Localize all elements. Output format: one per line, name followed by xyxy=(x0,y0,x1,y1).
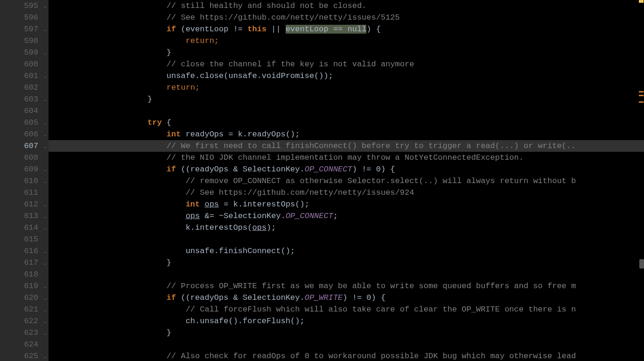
code-line[interactable]: return; xyxy=(49,35,644,47)
line-number[interactable]: 610− xyxy=(0,175,38,187)
fold-marker-icon[interactable]: − xyxy=(41,247,47,253)
fold-marker-icon[interactable]: − xyxy=(41,130,47,136)
code-line[interactable]: } xyxy=(49,93,644,105)
fold-marker-icon[interactable]: − xyxy=(41,165,47,171)
line-number[interactable]: 622− xyxy=(0,315,38,327)
code-line[interactable] xyxy=(49,234,644,245)
code-line[interactable]: // the NIO JDK channel implementation ma… xyxy=(49,152,644,163)
fold-marker-icon[interactable]: − xyxy=(41,259,47,264)
line-number[interactable]: 611 xyxy=(0,187,38,198)
fold-marker-icon[interactable]: − xyxy=(41,294,47,299)
line-number[interactable]: 619− xyxy=(0,280,38,292)
code-line[interactable]: // Call forceFlush which will also take … xyxy=(49,304,644,315)
fold-marker-icon[interactable]: − xyxy=(41,95,47,101)
line-number[interactable]: 600 xyxy=(0,58,38,70)
line-number[interactable]: 599− xyxy=(0,47,38,58)
code-line[interactable]: // Process OP_WRITE first as we may be a… xyxy=(49,280,644,292)
fold-marker-icon[interactable]: − xyxy=(41,305,47,311)
code-line[interactable]: // We first need to call finishConnect()… xyxy=(49,140,644,152)
fold-marker-icon[interactable]: − xyxy=(41,2,47,7)
code-line[interactable]: if (eventLoop != this || eventLoop == nu… xyxy=(49,23,644,35)
fold-marker-icon[interactable]: − xyxy=(41,119,47,124)
minimap-mark[interactable] xyxy=(639,95,644,96)
token: return; xyxy=(186,36,219,45)
code-line[interactable]: // still healthy and should not be close… xyxy=(49,0,644,12)
line-number[interactable]: 625− xyxy=(0,350,38,361)
code-line[interactable]: // See https://github.com/netty/netty/is… xyxy=(49,187,644,198)
token: ) != xyxy=(343,293,366,302)
line-number[interactable]: 597− xyxy=(0,23,38,35)
line-number[interactable]: 606− xyxy=(0,128,38,140)
minimap-mark[interactable] xyxy=(639,91,644,92)
scrollbar-minimap[interactable] xyxy=(637,0,644,361)
fold-marker-icon[interactable]: − xyxy=(41,352,47,358)
fold-marker-icon[interactable]: − xyxy=(41,212,47,218)
code-line[interactable]: return; xyxy=(49,82,644,93)
code-line[interactable]: if ((readyOps & SelectionKey.OP_CONNECT)… xyxy=(49,163,644,175)
fold-marker-icon[interactable]: − xyxy=(41,49,47,54)
fold-marker-icon[interactable]: − xyxy=(41,177,47,183)
line-number[interactable]: 614− xyxy=(0,222,38,234)
code-line[interactable]: // remove OP_CONNECT as otherwise Select… xyxy=(49,175,644,187)
line-number[interactable]: 607− xyxy=(0,140,38,152)
fold-marker-icon[interactable]: − xyxy=(41,142,47,148)
token xyxy=(52,25,167,34)
token: // See https://github.com/netty/netty/is… xyxy=(186,188,414,197)
line-number[interactable]: 620− xyxy=(0,292,38,304)
code-line[interactable]: // close the channel if the key is not v… xyxy=(49,58,644,70)
code-line[interactable]: } xyxy=(49,47,644,58)
line-number[interactable]: 623− xyxy=(0,327,38,339)
code-line[interactable]: ch.unsafe().forceFlush(); xyxy=(49,315,644,327)
minimap-mark[interactable] xyxy=(639,101,644,103)
line-number-gutter[interactable]: 595−596597−598599−600601−602603−604605−6… xyxy=(0,0,49,361)
line-number[interactable]: 605− xyxy=(0,117,38,128)
line-number[interactable]: 598 xyxy=(0,35,38,47)
code-line[interactable]: } xyxy=(49,327,644,339)
line-number[interactable]: 604 xyxy=(0,105,38,117)
code-line[interactable]: k.interestOps(ops); xyxy=(49,222,644,234)
scroll-thumb[interactable] xyxy=(639,259,644,269)
code-line[interactable]: // Also check for readOps of 0 to workar… xyxy=(49,350,644,361)
token: // still healthy and should not be close… xyxy=(167,1,366,10)
line-number[interactable]: 612− xyxy=(0,198,38,210)
line-number[interactable]: 602 xyxy=(0,82,38,93)
fold-marker-icon[interactable]: − xyxy=(41,224,47,229)
code-line[interactable]: try { xyxy=(49,117,644,128)
line-number[interactable]: 595− xyxy=(0,0,38,12)
fold-marker-icon[interactable]: − xyxy=(41,25,47,31)
code-line[interactable]: } xyxy=(49,257,644,269)
token xyxy=(52,153,167,162)
code-line[interactable]: if ((readyOps & SelectionKey.OP_WRITE) !… xyxy=(49,292,644,304)
code-line[interactable] xyxy=(49,105,644,117)
fold-marker-icon[interactable]: − xyxy=(41,282,47,288)
code-line[interactable]: int ops = k.interestOps(); xyxy=(49,198,644,210)
line-number[interactable]: 615 xyxy=(0,234,38,245)
code-line[interactable]: int readyOps = k.readyOps(); xyxy=(49,128,644,140)
fold-marker-icon[interactable]: − xyxy=(41,200,47,206)
line-number[interactable]: 618 xyxy=(0,269,38,280)
code-area[interactable]: // still healthy and should not be close… xyxy=(49,0,644,361)
fold-marker-icon[interactable]: − xyxy=(41,329,47,334)
code-line[interactable] xyxy=(49,269,644,280)
line-number[interactable]: 608 xyxy=(0,152,38,163)
code-line[interactable]: // See https://github.com/netty/netty/is… xyxy=(49,12,644,23)
line-number[interactable]: 609− xyxy=(0,163,38,175)
code-line[interactable] xyxy=(49,339,644,350)
line-number[interactable]: 621− xyxy=(0,304,38,315)
code-line[interactable]: ops &= ~SelectionKey.OP_CONNECT; xyxy=(49,210,644,222)
line-number[interactable]: 613− xyxy=(0,210,38,222)
minimap-mark[interactable] xyxy=(639,0,644,3)
line-number[interactable]: 596 xyxy=(0,12,38,23)
line-number[interactable]: 603− xyxy=(0,93,38,105)
token: { xyxy=(162,118,171,127)
fold-marker-icon[interactable]: − xyxy=(41,317,47,323)
code-line[interactable]: unsafe.close(unsafe.voidPromise()); xyxy=(49,70,644,82)
code-line[interactable]: unsafe.finishConnect(); xyxy=(49,245,644,257)
line-number[interactable]: 616− xyxy=(0,245,38,257)
token: OP_CONNECT xyxy=(286,212,333,220)
line-number[interactable]: 601− xyxy=(0,70,38,82)
fold-marker-icon[interactable]: − xyxy=(41,72,47,78)
line-number[interactable]: 624 xyxy=(0,339,38,350)
token xyxy=(52,36,186,45)
line-number[interactable]: 617− xyxy=(0,257,38,269)
